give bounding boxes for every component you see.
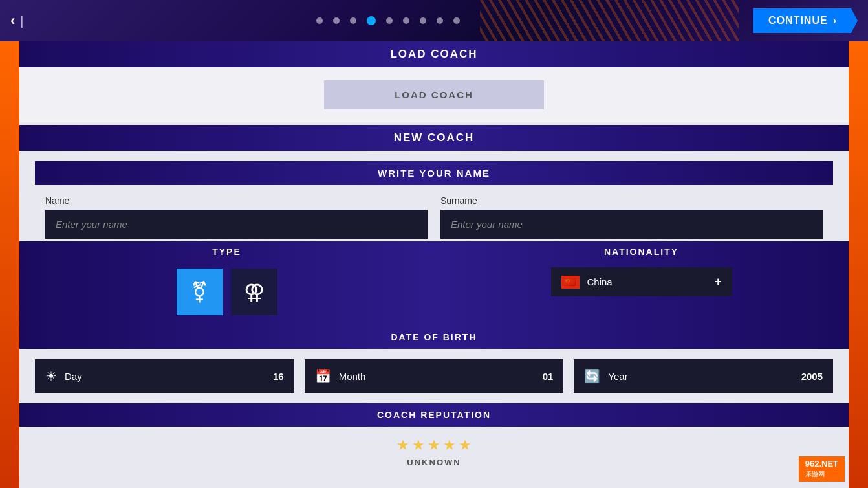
back-button[interactable]: ‹ | (10, 12, 24, 29)
year-label: Year (608, 371, 793, 382)
watermark: 962.NET 乐游网 (799, 456, 845, 482)
reputation-content: ★ ★ ★ ★ ★ UNKNOWN (19, 427, 849, 478)
dot-9 (453, 17, 460, 24)
continue-button[interactable]: CONTINUE › (753, 8, 858, 33)
china-flag-icon: 🇨🇳 (561, 276, 580, 289)
dot-6 (403, 17, 409, 24)
back-arrow-icon: ‹ (10, 12, 15, 29)
month-icon: 📅 (315, 368, 331, 384)
surname-field-group: Surname (440, 195, 823, 239)
male-icon: ⚧ (191, 280, 208, 304)
dot-3 (350, 17, 356, 24)
new-coach-section-header: NEW COACH (19, 125, 849, 151)
watermark-text: 962.NET (805, 459, 838, 469)
nationality-dropdown[interactable]: 🇨🇳 China + (551, 267, 732, 296)
name-label: Name (45, 195, 428, 206)
gender-buttons: ⚧ ⚢ (166, 262, 288, 326)
female-icon: ⚢ (244, 280, 265, 304)
name-fields-row: Name Surname (35, 195, 833, 239)
dob-fields: ☀ Day 16 📅 Month 01 🔄 Year 2005 (19, 349, 849, 403)
star-2: ★ (412, 437, 425, 454)
left-decoration (0, 41, 19, 488)
surname-input[interactable] (440, 210, 823, 239)
nationality-section: NATIONALITY 🇨🇳 China + (434, 241, 849, 326)
new-coach-section: NEW COACH WRITE YOUR NAME Name Surname (19, 125, 849, 478)
month-value: 01 (543, 371, 554, 382)
dot-7 (420, 17, 426, 24)
main-content: LOAD COACH LOAD COACH NEW COACH WRITE YO… (19, 41, 849, 488)
star-3: ★ (428, 437, 440, 454)
star-5: ★ (459, 437, 472, 454)
load-coach-area: LOAD COACH (19, 67, 849, 122)
day-icon: ☀ (45, 368, 57, 384)
progress-dots (316, 16, 460, 25)
nationality-value: China (587, 276, 707, 287)
day-field[interactable]: ☀ Day 16 (35, 359, 294, 393)
dot-2 (333, 17, 340, 24)
star-1: ★ (396, 437, 409, 454)
surname-label: Surname (440, 195, 823, 206)
reputation-header: COACH REPUTATION (19, 403, 849, 427)
nationality-plus-icon: + (715, 275, 722, 289)
dob-header: DATE OF BIRTH (19, 326, 849, 349)
dot-1 (316, 17, 323, 24)
dot-5 (386, 17, 393, 24)
female-gender-button[interactable]: ⚢ (231, 269, 277, 315)
write-name-header: WRITE YOUR NAME (35, 161, 833, 185)
male-gender-button[interactable]: ⚧ (177, 269, 223, 315)
name-field-group: Name (45, 195, 428, 239)
day-value: 16 (273, 371, 284, 382)
right-decoration (849, 41, 868, 488)
month-field[interactable]: 📅 Month 01 (305, 359, 564, 393)
reputation-stars: ★ ★ ★ ★ ★ (30, 437, 838, 454)
reputation-section: COACH REPUTATION (19, 403, 849, 427)
nationality-header: NATIONALITY (434, 241, 849, 262)
watermark-sub: 乐游网 (805, 471, 825, 478)
day-label: Day (65, 371, 265, 382)
load-coach-section-header: LOAD COACH (19, 41, 849, 67)
dot-8 (437, 17, 443, 24)
load-coach-button[interactable]: LOAD COACH (324, 80, 544, 109)
dob-section: DATE OF BIRTH (19, 326, 849, 349)
type-nationality-row: TYPE ⚧ ⚢ NATIONALITY 🇨🇳 China + (19, 241, 849, 326)
reputation-status: UNKNOWN (30, 458, 838, 467)
star-4: ★ (443, 437, 456, 454)
type-header: TYPE (19, 241, 434, 262)
dot-4-active (367, 16, 376, 25)
back-separator: | (20, 14, 23, 28)
top-bar: ‹ | CONTINUE › (0, 0, 868, 41)
year-icon: 🔄 (584, 368, 600, 384)
year-value: 2005 (801, 371, 823, 382)
continue-arrow-icon: › (833, 15, 837, 27)
year-field[interactable]: 🔄 Year 2005 (574, 359, 833, 393)
type-section: TYPE ⚧ ⚢ (19, 241, 434, 326)
name-input[interactable] (45, 210, 428, 239)
continue-label: CONTINUE (768, 15, 828, 27)
month-label: Month (339, 371, 535, 382)
